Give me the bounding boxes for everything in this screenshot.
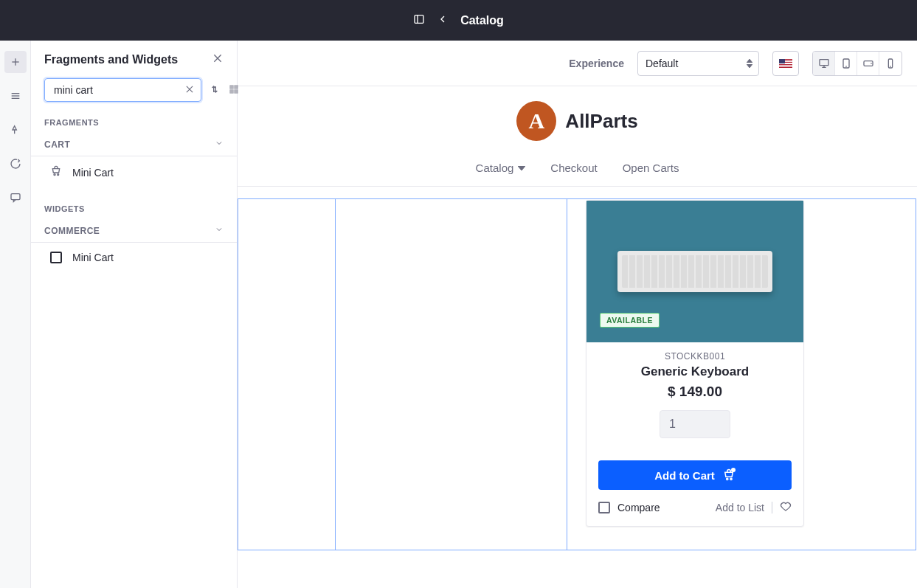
add-to-list-link[interactable]: Add to List	[716, 502, 764, 513]
compare-label: Compare	[617, 502, 660, 513]
layout-col-divider	[567, 198, 567, 550]
product-price: $ 149.00	[598, 384, 792, 400]
rail-mapping[interactable]	[4, 153, 27, 175]
svg-point-34	[730, 478, 732, 480]
admin-topbar: Catalog	[0, 0, 917, 41]
flag-us-icon	[779, 59, 792, 68]
search-input[interactable]	[52, 83, 184, 97]
layout-col-divider	[335, 198, 336, 550]
back-icon[interactable]	[437, 13, 449, 28]
device-mobile[interactable]	[879, 52, 902, 75]
group-cart-label: CART	[44, 139, 70, 150]
widget-mini-cart[interactable]: Mini Cart	[31, 243, 237, 272]
svg-point-19	[54, 174, 55, 176]
panel-toggle-icon[interactable]	[413, 13, 425, 28]
locale-button[interactable]	[772, 51, 799, 76]
panel-title: Fragments and Widgets	[44, 53, 178, 66]
experience-value: Default	[646, 58, 678, 69]
product-sku: STOCKKB001	[598, 351, 792, 362]
svg-rect-15	[230, 85, 234, 89]
checkbox-icon	[598, 502, 610, 513]
widgets-section-label: WIDGETS	[31, 188, 237, 219]
group-commerce-label: COMMERCE	[44, 226, 100, 236]
nav-checkout[interactable]: Checkout	[550, 162, 597, 174]
svg-marker-32	[518, 166, 525, 170]
svg-point-20	[58, 174, 59, 176]
nav-checkout-label: Checkout	[550, 162, 597, 174]
layout-outline[interactable]	[238, 198, 916, 550]
sort-icon[interactable]	[209, 83, 221, 97]
add-to-cart-button[interactable]: Add to Cart	[598, 460, 792, 490]
brand-logo: A	[516, 101, 556, 141]
widget-mini-cart-label: Mini Cart	[72, 252, 114, 263]
svg-rect-23	[820, 59, 828, 65]
compare-checkbox[interactable]: Compare	[598, 502, 660, 513]
heart-icon[interactable]	[780, 500, 792, 514]
svg-rect-8	[11, 194, 20, 200]
rail-add[interactable]	[4, 51, 27, 73]
site-header: A AllParts Catalog Checkout Open Carts	[238, 86, 917, 187]
nav-open-carts[interactable]: Open Carts	[623, 162, 679, 174]
nav-catalog[interactable]: Catalog	[476, 162, 526, 174]
rail-comments[interactable]	[4, 187, 27, 209]
clear-icon[interactable]	[184, 84, 195, 97]
tool-rail	[0, 41, 31, 588]
site-nav: Catalog Checkout Open Carts	[238, 141, 917, 187]
device-desktop[interactable]	[813, 52, 835, 75]
cart-icon	[722, 468, 736, 482]
fragment-mini-cart-label: Mini Cart	[72, 167, 114, 179]
chevron-down-icon	[215, 139, 224, 150]
keyboard-illustration	[617, 251, 772, 292]
svg-point-33	[726, 478, 727, 480]
search-input-wrap	[44, 78, 201, 102]
svg-rect-17	[230, 89, 234, 93]
chevron-down-icon	[215, 225, 224, 236]
product-title: Generic Keyboard	[598, 364, 792, 379]
add-to-cart-label: Add to Cart	[654, 469, 715, 482]
cart-icon	[50, 165, 62, 179]
rail-browser[interactable]	[4, 85, 27, 107]
nav-catalog-label: Catalog	[476, 162, 514, 174]
device-landscape[interactable]	[857, 52, 879, 75]
experience-label: Experience	[569, 58, 624, 69]
nav-open-carts-label: Open Carts	[623, 162, 679, 174]
quantity-value: 1	[669, 418, 676, 431]
divider	[772, 502, 772, 513]
product-image: AVAILABLE	[586, 201, 803, 342]
group-commerce[interactable]: COMMERCE	[31, 219, 237, 243]
rail-design[interactable]	[4, 119, 27, 141]
device-tablet[interactable]	[835, 52, 857, 75]
device-switcher	[812, 51, 902, 76]
close-icon[interactable]	[212, 52, 224, 66]
widget-icon	[50, 252, 62, 263]
page-canvas: A AllParts Catalog Checkout Open Carts	[238, 86, 917, 588]
select-caret-icon	[747, 59, 752, 68]
fragments-section-label: FRAGMENTS	[31, 111, 237, 133]
quantity-stepper[interactable]: 1	[660, 410, 730, 438]
fragment-mini-cart[interactable]: Mini Cart	[31, 156, 237, 188]
svg-marker-21	[747, 59, 752, 63]
group-cart[interactable]: CART	[31, 133, 237, 156]
product-card: AVAILABLE STOCKKB001 Generic Keyboard $ …	[586, 200, 804, 527]
fragments-panel: Fragments and Widgets FRAGMENTS CART	[31, 41, 238, 588]
brand-name: AllParts	[565, 110, 637, 133]
svg-rect-0	[415, 15, 423, 23]
availability-badge: AVAILABLE	[600, 313, 660, 328]
page-title: Catalog	[460, 14, 504, 27]
experience-select[interactable]: Default	[637, 51, 759, 76]
experience-toolbar: Experience Default	[238, 41, 917, 86]
svg-marker-22	[747, 64, 752, 68]
